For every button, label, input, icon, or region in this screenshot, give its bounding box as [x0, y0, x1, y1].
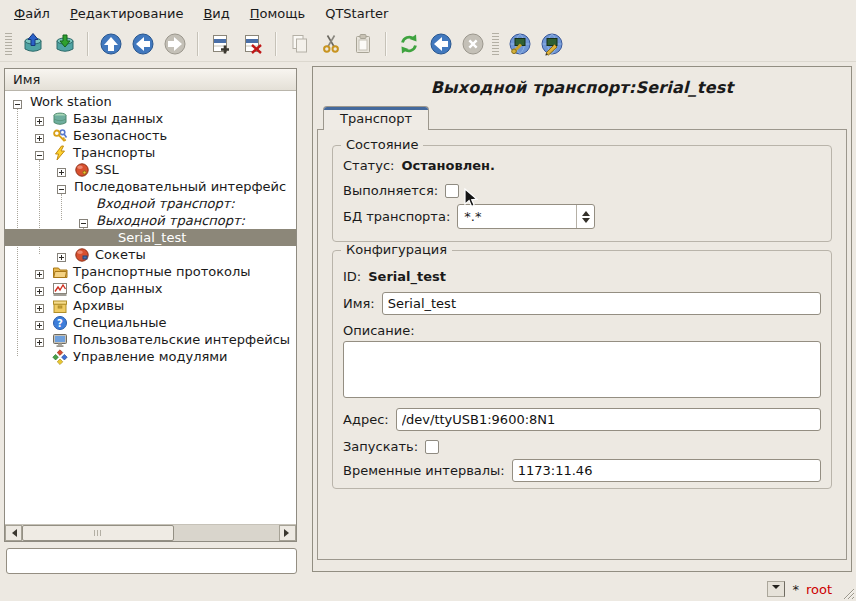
- modified-mark: *: [792, 582, 799, 597]
- start-label: Запускать:: [343, 439, 418, 454]
- tree-item-label: Архивы: [73, 298, 124, 313]
- toolbar-separator: [385, 32, 387, 56]
- tree-item-транспорты[interactable]: Транспорты: [5, 144, 296, 161]
- start-button[interactable]: [425, 29, 457, 59]
- id-label: ID:: [343, 269, 361, 284]
- go-back-icon: [131, 32, 155, 56]
- collapse-icon[interactable]: [57, 182, 66, 191]
- tree-item-выходной-транспорт[interactable]: Выходной транспорт:: [5, 212, 296, 229]
- menu-вид[interactable]: Вид: [193, 2, 239, 25]
- menu-редактирование[interactable]: Редактирование: [60, 2, 193, 25]
- refresh-button[interactable]: [393, 29, 425, 59]
- tree-item-последовательный-интерфейс[interactable]: Последовательный интерфейс: [5, 178, 296, 195]
- menu-bar: ФайлРедактированиеВидПомощьQTStarter: [0, 0, 856, 27]
- scroll-left-button[interactable]: [5, 525, 22, 541]
- expand-icon[interactable]: [57, 250, 66, 259]
- config-panel: Выходной транспорт:Serial_test Транспорт…: [312, 66, 852, 572]
- collapse-icon[interactable]: [13, 97, 22, 106]
- expand-icon[interactable]: [35, 335, 44, 344]
- tree-item-label: Выходной транспорт:: [96, 213, 245, 228]
- go-forward-icon: [163, 32, 187, 56]
- scroll-right-button[interactable]: [279, 525, 296, 541]
- tree-item-архивы[interactable]: Архивы: [5, 297, 296, 314]
- load-from-db-button[interactable]: [17, 29, 49, 59]
- right-arrow-icon: [284, 529, 293, 537]
- tree-item-базы-данных[interactable]: Базы данных: [5, 110, 296, 127]
- add-item-button[interactable]: [205, 29, 237, 59]
- expand-icon[interactable]: [35, 267, 44, 276]
- paste-button[interactable]: [347, 29, 379, 59]
- expand-icon[interactable]: [57, 165, 66, 174]
- timings-input[interactable]: [512, 459, 821, 482]
- go-up-icon: [99, 32, 123, 56]
- toolbar-separator: [87, 32, 89, 56]
- toolbar-handle[interactable]: [492, 33, 499, 55]
- tree-item-label: Управление модулями: [73, 349, 228, 364]
- menu-файл[interactable]: Файл: [4, 2, 60, 25]
- delete-item-button[interactable]: [237, 29, 269, 59]
- scrollbar-thumb[interactable]: [22, 525, 174, 541]
- tree-item-входной-транспорт[interactable]: Входной транспорт:: [5, 195, 296, 212]
- tree-item-label: Последовательный интерфейс: [74, 179, 286, 194]
- transport-db-combobox[interactable]: *.*: [457, 204, 595, 229]
- start-checkbox[interactable]: [425, 440, 439, 454]
- expand-icon[interactable]: [35, 284, 44, 293]
- qtstarter-config-icon: [508, 32, 532, 56]
- go-forward-button[interactable]: [159, 29, 191, 59]
- menu-помощь[interactable]: Помощь: [240, 2, 315, 25]
- resize-grip[interactable]: [840, 585, 855, 600]
- expand-icon[interactable]: [35, 318, 44, 327]
- tree-item-serial_test[interactable]: Serial_test: [5, 229, 296, 246]
- tab-transport[interactable]: Транспорт: [323, 106, 429, 130]
- save-to-db-button[interactable]: [49, 29, 81, 59]
- cut-button[interactable]: [315, 29, 347, 59]
- copy-button[interactable]: [283, 29, 315, 59]
- tree-item-label: SSL: [95, 162, 119, 177]
- collapse-icon[interactable]: [79, 216, 88, 225]
- status-value: Остановлен.: [401, 158, 494, 173]
- qtstarter-modify-button[interactable]: [536, 29, 568, 59]
- name-input[interactable]: [382, 292, 821, 315]
- tree-item-сбор-данных[interactable]: Сбор данных: [5, 280, 296, 297]
- collapse-icon[interactable]: [35, 148, 44, 157]
- go-back-button[interactable]: [127, 29, 159, 59]
- tree-item-label: Serial_test: [118, 230, 186, 245]
- tree-horizontal-scrollbar[interactable]: [5, 524, 296, 541]
- tree-item-work-station[interactable]: Work station: [5, 93, 296, 110]
- tree-item-label: Сбор данных: [73, 281, 162, 296]
- qtstarter-config-button[interactable]: [504, 29, 536, 59]
- tree-item-сокеты[interactable]: Сокеты: [5, 246, 296, 263]
- left-arrow-icon: [8, 529, 17, 537]
- menu-qtstarter[interactable]: QTStarter: [315, 2, 398, 25]
- name-label: Имя:: [343, 296, 375, 311]
- scrollbar-track[interactable]: [174, 525, 279, 541]
- toolbar-handle[interactable]: [5, 33, 12, 55]
- tree-item-ssl[interactable]: SSL: [5, 161, 296, 178]
- running-checkbox[interactable]: [445, 184, 459, 198]
- go-up-button[interactable]: [95, 29, 127, 59]
- current-user[interactable]: root: [806, 582, 832, 597]
- state-group-title: Состояние: [341, 137, 423, 152]
- config-group-title: Конфигурация: [341, 242, 452, 257]
- expand-icon[interactable]: [35, 131, 44, 140]
- toolbar-separator: [197, 32, 199, 56]
- expand-icon[interactable]: [35, 114, 44, 123]
- stop-button[interactable]: [457, 29, 489, 59]
- tree-item-специальные[interactable]: ?Специальные: [5, 314, 296, 331]
- address-input[interactable]: [396, 408, 821, 431]
- status-dropdown-button[interactable]: [767, 581, 785, 597]
- load-from-db-icon: [21, 32, 45, 56]
- tree-item-транспортные-протоколы[interactable]: Транспортные протоколы: [5, 263, 296, 280]
- description-textarea[interactable]: [343, 341, 821, 398]
- database-icon: [52, 111, 68, 127]
- chevron-down-icon: [772, 585, 780, 593]
- daq-icon: [52, 281, 68, 297]
- tab-content: Состояние Статус: Остановлен. Выполняетс…: [317, 129, 847, 560]
- expand-icon[interactable]: [35, 301, 44, 310]
- tree-item-управление-модулями[interactable]: Управление модулями: [5, 348, 296, 365]
- tree-item-пользовательские-интерфейсы[interactable]: Пользовательские интерфейсы: [5, 331, 296, 348]
- tree-item-безопасность[interactable]: Безопасность: [5, 127, 296, 144]
- combo-spinner-icon[interactable]: [576, 205, 594, 228]
- tree-column-header-name[interactable]: Имя: [5, 69, 296, 91]
- tree-search-input[interactable]: [6, 548, 297, 574]
